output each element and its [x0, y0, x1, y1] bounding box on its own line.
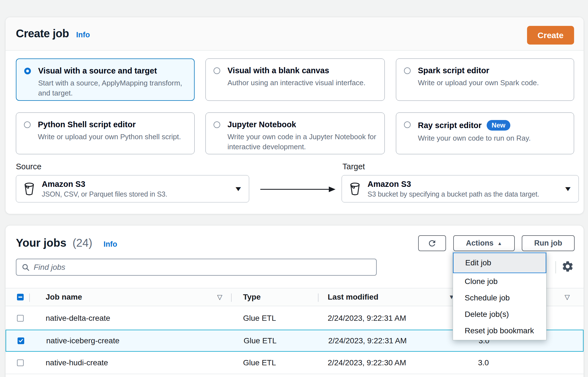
- option-title-row: Ray script editor New: [418, 120, 531, 131]
- row-checkbox[interactable]: [17, 359, 24, 366]
- preferences-button[interactable]: [561, 260, 575, 273]
- target-select-description: S3 bucket by specifying a bucket path as…: [367, 190, 539, 198]
- option-card-ray-script-editor[interactable]: Ray script editor New Write your own cod…: [396, 112, 574, 154]
- refresh-icon: [427, 239, 437, 248]
- job-name-link[interactable]: native-delta-create: [46, 314, 110, 323]
- option-card-body: Visual with a blank canvas Author using …: [227, 66, 366, 93]
- option-description: Write your own code in a Jupyter Noteboo…: [227, 132, 377, 152]
- sort-indicator-icon[interactable]: ▽: [217, 293, 222, 301]
- target-select-title: Amazon S3: [367, 180, 539, 189]
- option-card-visual-blank-canvas[interactable]: Visual with a blank canvas Author using …: [205, 58, 385, 101]
- glue-version-cell: 3.0: [478, 358, 489, 367]
- option-card-body: Ray script editor New Write your own cod…: [418, 120, 531, 147]
- row-divider: [6, 374, 584, 374]
- caret-up-icon: ▲: [498, 241, 502, 246]
- menu-item-edit-job[interactable]: Edit job: [453, 253, 546, 273]
- job-type-cell: Glue ETL: [243, 358, 276, 367]
- search-input[interactable]: [34, 263, 371, 272]
- radio-icon[interactable]: [24, 121, 31, 128]
- actions-button-label: Actions: [466, 239, 494, 248]
- radio-icon[interactable]: [214, 67, 220, 74]
- your-jobs-title: Your jobs: [16, 237, 66, 249]
- your-jobs-count: (24): [72, 237, 92, 249]
- menu-item-clone-job[interactable]: Clone job: [453, 273, 546, 290]
- refresh-button[interactable]: [418, 235, 446, 251]
- create-job-info-link[interactable]: Info: [76, 31, 90, 39]
- new-badge: New: [487, 120, 510, 131]
- table-row[interactable]: native-hudi-create Glue ETL 2/24/2023, 9…: [6, 352, 584, 374]
- option-card-body: Visual with a source and target Start wi…: [38, 66, 186, 93]
- last-modified-cell: 2/24/2023, 9:22:30 AM: [328, 358, 406, 367]
- create-button[interactable]: Create: [527, 26, 574, 45]
- option-card-body: Jupyter Notebook Write your own code in …: [227, 120, 377, 147]
- source-select[interactable]: Amazon S3 JSON, CSV, or Parquet files st…: [16, 175, 249, 202]
- gear-icon: [561, 260, 575, 273]
- option-title: Jupyter Notebook: [227, 120, 377, 129]
- job-type-cell: Glue ETL: [243, 314, 276, 323]
- your-jobs-title-row: Your jobs (24) Info: [16, 237, 117, 249]
- target-select[interactable]: Amazon S3 S3 bucket by specifying a buck…: [342, 175, 579, 202]
- job-name-link[interactable]: native-hudi-create: [46, 358, 108, 367]
- run-job-button[interactable]: Run job: [522, 235, 575, 251]
- menu-item-reset-job-bookmark[interactable]: Reset job bookmark: [453, 322, 546, 339]
- column-header-job-name[interactable]: Job name: [46, 293, 82, 302]
- option-description: Write or upload your own Python shell sc…: [38, 132, 181, 142]
- source-select-description: JSON, CSV, or Parquet files stored in S3…: [42, 190, 167, 198]
- option-title: Visual with a blank canvas: [227, 66, 366, 75]
- your-jobs-info-link[interactable]: Info: [104, 240, 117, 249]
- select-all-checkbox[interactable]: [17, 294, 24, 300]
- radio-selected-icon[interactable]: [24, 68, 31, 74]
- chevron-down-icon: ▼: [564, 185, 572, 193]
- page: Create job Info Create Visual with a sou…: [0, 0, 588, 377]
- option-card-jupyter-notebook[interactable]: Jupyter Notebook Write your own code in …: [205, 112, 385, 154]
- option-card-spark-script-editor[interactable]: Spark script editor Write or upload your…: [396, 58, 574, 101]
- option-description: Author using an interactive visual inter…: [227, 78, 366, 88]
- column-header-last-modified[interactable]: Last modified: [328, 293, 378, 302]
- create-job-header: Create job Info Create: [6, 17, 584, 51]
- option-description: Start with a source, ApplyMapping transf…: [38, 78, 186, 98]
- target-label: Target: [342, 162, 365, 171]
- menu-item-delete-jobs[interactable]: Delete job(s): [453, 306, 546, 322]
- run-job-button-label: Run job: [534, 239, 562, 248]
- radio-icon[interactable]: [404, 121, 411, 128]
- option-description: Write or upload your own Spark code.: [418, 78, 539, 88]
- search-box: [16, 259, 377, 276]
- s3-bucket-icon: [22, 181, 36, 196]
- last-modified-cell: 2/24/2023, 9:22:31 AM: [328, 314, 406, 323]
- job-name-link[interactable]: native-iceberg-create: [46, 336, 119, 345]
- option-description: Write your own code to run on Ray.: [418, 133, 531, 143]
- source-select-title: Amazon S3: [42, 180, 167, 189]
- column-header-type[interactable]: Type: [243, 293, 261, 302]
- option-card-python-shell-editor[interactable]: Python Shell script editor Write or uplo…: [16, 112, 195, 154]
- option-card-visual-source-target[interactable]: Visual with a source and target Start wi…: [16, 58, 195, 101]
- chevron-down-icon: ▼: [234, 185, 243, 193]
- radio-icon[interactable]: [404, 67, 411, 74]
- option-card-body: Python Shell script editor Write or uplo…: [38, 120, 181, 147]
- option-title: Python Shell script editor: [38, 120, 181, 129]
- page-title: Create job: [16, 27, 69, 40]
- menu-item-schedule-job[interactable]: Schedule job: [453, 290, 546, 306]
- create-job-panel: Create job Info Create Visual with a sou…: [6, 17, 584, 214]
- row-checkbox[interactable]: [17, 315, 24, 322]
- radio-icon[interactable]: [214, 121, 220, 128]
- source-to-target-arrow-icon: [255, 184, 341, 195]
- option-title: Ray script editor: [418, 121, 482, 130]
- actions-dropdown-menu: Edit job Clone job Schedule job Delete j…: [453, 252, 547, 340]
- target-select-texts: Amazon S3 S3 bucket by specifying a buck…: [367, 180, 539, 198]
- last-modified-cell: 2/24/2023, 9:22:31 AM: [328, 336, 407, 345]
- job-type-cell: Glue ETL: [244, 336, 276, 345]
- row-checkbox-checked[interactable]: [18, 337, 24, 344]
- option-card-body: Spark script editor Write or upload your…: [418, 66, 539, 93]
- option-title: Spark script editor: [418, 66, 539, 75]
- actions-button[interactable]: Actions ▲: [453, 235, 515, 251]
- option-title: Visual with a source and target: [38, 66, 186, 75]
- search-icon: [21, 263, 30, 271]
- sort-indicator-icon[interactable]: ▽: [565, 293, 570, 301]
- source-select-texts: Amazon S3 JSON, CSV, or Parquet files st…: [42, 180, 167, 198]
- s3-bucket-icon: [348, 181, 362, 196]
- toolbar-divider: [555, 261, 556, 273]
- create-job-title-row: Create job Info: [16, 27, 90, 40]
- source-label: Source: [16, 162, 41, 171]
